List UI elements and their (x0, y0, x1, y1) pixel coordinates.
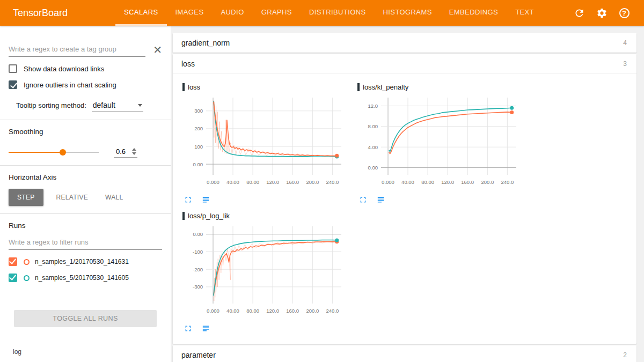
section-header[interactable]: loss 3 (173, 54, 636, 73)
chevron-down-icon (138, 104, 142, 107)
smoothing-stepper[interactable] (114, 146, 137, 158)
sidebar-footer-log: log (13, 348, 21, 356)
smoothing-value-input[interactable] (116, 147, 132, 156)
stepper-down-icon[interactable] (132, 152, 136, 155)
stepper-up-icon[interactable] (132, 148, 136, 151)
svg-text:0.000: 0.000 (382, 179, 394, 185)
section-title: parameter (181, 351, 216, 359)
ignore-outliers-checkbox[interactable]: Ignore outliers in chart scaling (9, 80, 162, 89)
chart-card-kl-penalty: loss/kl_penalty 0.00040.0080.00120.0160.… (356, 81, 529, 204)
chart-actions (184, 195, 354, 204)
axis-step-button[interactable]: STEP (9, 189, 43, 206)
horizontal-axis-label: Horizontal Axis (9, 173, 162, 181)
settings-icon[interactable] (596, 7, 608, 19)
tab-scalars[interactable]: SCALARS (115, 0, 167, 26)
tab-graphs[interactable]: GRAPHS (253, 0, 301, 26)
svg-text:0.000: 0.000 (207, 179, 219, 185)
tooltip-sort-dropdown[interactable]: default (92, 100, 143, 112)
svg-text:80.00: 80.00 (246, 179, 259, 185)
toggle-all-runs-button[interactable]: TOGGLE ALL RUNS (14, 310, 157, 327)
svg-text:300: 300 (194, 108, 203, 114)
smoothing-slider[interactable] (9, 149, 99, 156)
section-count: 3 (623, 60, 627, 68)
tab-text[interactable]: TEXT (507, 0, 543, 26)
divider (0, 213, 171, 214)
tag-pin-icon (182, 212, 185, 220)
run-row[interactable]: n_samples_5/20170530_141605 (9, 274, 162, 282)
svg-text:40.00: 40.00 (226, 179, 239, 185)
run-isolate-icon[interactable] (24, 275, 30, 281)
svg-text:-100: -100 (193, 249, 203, 255)
svg-text:0.000: 0.000 (207, 308, 219, 314)
section-header[interactable]: gradient_norm 4 (173, 33, 636, 53)
chart-title: loss (188, 83, 200, 91)
axis-relative-button[interactable]: RELATIVE (48, 189, 97, 206)
main-content: gradient_norm 4 loss 3 loss 0.00040.0080… (171, 26, 644, 362)
run-name: n_samples_5/20170530_141605 (35, 274, 129, 282)
slider-fill (9, 152, 63, 153)
chart-title-row: loss/kl_penalty (357, 83, 529, 91)
svg-text:0.00: 0.00 (193, 161, 203, 167)
tooltip-sort-label: Tooltip sorting method: (16, 101, 86, 109)
svg-text:240.0: 240.0 (326, 308, 339, 314)
close-icon[interactable]: ✕ (153, 45, 162, 55)
checkbox-checked-icon (9, 80, 17, 89)
svg-text:200.0: 200.0 (306, 179, 319, 185)
run-selector-icon[interactable] (376, 195, 385, 204)
top-bar: TensorBoard SCALARS IMAGES AUDIO GRAPHS … (0, 0, 644, 26)
chart-actions (358, 195, 529, 204)
slider-thumb[interactable] (60, 149, 66, 156)
tab-embeddings[interactable]: EMBEDDINGS (441, 0, 507, 26)
help-glyph: ? (619, 8, 630, 18)
runs-label: Runs (9, 221, 162, 230)
run-checkbox-checked-icon[interactable] (9, 257, 17, 266)
svg-text:200.0: 200.0 (306, 308, 319, 314)
line-chart[interactable]: 0.00040.0080.00120.0160.0200.0240.00.001… (181, 94, 354, 191)
section-parameter: parameter 2 (173, 345, 636, 362)
section-header[interactable]: parameter 2 (173, 345, 636, 362)
svg-text:160.0: 160.0 (286, 308, 299, 314)
tab-images[interactable]: IMAGES (167, 0, 213, 26)
section-loss: loss 3 loss 0.00040.0080.00120.0160.0200… (173, 54, 636, 344)
svg-text:200: 200 (194, 125, 203, 131)
help-icon[interactable]: ? (618, 7, 630, 19)
divider (0, 165, 171, 166)
section-gradient-norm: gradient_norm 4 (173, 33, 636, 53)
axis-wall-button[interactable]: WALL (97, 189, 131, 206)
run-selector-icon[interactable] (201, 324, 210, 333)
nav-tabs: SCALARS IMAGES AUDIO GRAPHS DISTRIBUTION… (115, 0, 543, 26)
refresh-icon[interactable] (573, 7, 585, 19)
chart-card-p-log-lik: loss/p_log_lik 0.00040.0080.00120.0160.0… (181, 210, 354, 333)
run-checkbox-checked-icon[interactable] (9, 274, 17, 282)
chart-title-row: loss (182, 83, 354, 91)
line-chart[interactable]: 0.00040.0080.00120.0160.0200.0240.00.00-… (181, 223, 354, 320)
chart-title: loss/p_log_lik (188, 212, 230, 220)
checkbox-label: Show data download links (24, 65, 104, 73)
tab-distributions[interactable]: DISTRIBUTIONS (301, 0, 375, 26)
chart-title-row: loss/p_log_lik (182, 212, 354, 220)
svg-text:200.0: 200.0 (481, 179, 494, 185)
svg-text:240.0: 240.0 (501, 179, 514, 185)
tag-filter-input[interactable] (9, 43, 145, 57)
svg-text:4.00: 4.00 (368, 144, 378, 150)
run-isolate-icon[interactable] (24, 259, 30, 265)
svg-text:100: 100 (194, 144, 203, 150)
tab-audio[interactable]: AUDIO (212, 0, 252, 26)
app-title: TensorBoard (0, 0, 115, 26)
run-selector-icon[interactable] (201, 195, 210, 204)
run-row[interactable]: n_samples_1/20170530_141631 (9, 257, 162, 266)
svg-text:160.0: 160.0 (286, 179, 299, 185)
show-download-links-checkbox[interactable]: Show data download links (9, 64, 162, 73)
expand-chart-icon[interactable] (184, 195, 193, 204)
smoothing-label: Smoothing (9, 128, 162, 136)
expand-chart-icon[interactable] (358, 195, 368, 204)
svg-text:40.00: 40.00 (401, 179, 414, 185)
svg-text:0.00: 0.00 (193, 231, 203, 237)
stepper-arrows[interactable] (132, 148, 136, 155)
divider (0, 120, 171, 120)
chart-title: loss/kl_penalty (363, 83, 408, 91)
tab-histograms[interactable]: HISTOGRAMS (375, 0, 441, 26)
line-chart[interactable]: 0.00040.0080.00120.0160.0200.0240.00.004… (356, 94, 529, 191)
runs-filter-input[interactable] (9, 236, 162, 250)
expand-chart-icon[interactable] (184, 324, 193, 333)
